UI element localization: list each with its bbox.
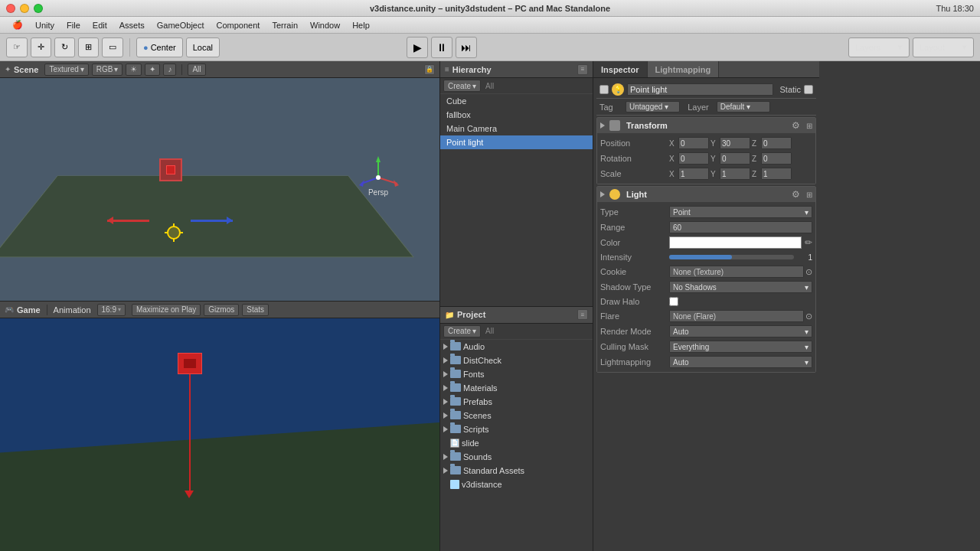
- scene-cube-object[interactable]: [159, 158, 182, 181]
- light-extra-icon[interactable]: ⊞: [806, 191, 812, 199]
- gizmos-button[interactable]: Gizmos: [204, 304, 239, 316]
- transform-extra-icon[interactable]: ⊞: [806, 122, 812, 130]
- cookie-value[interactable]: None (Texture): [669, 266, 804, 278]
- scale-x-input[interactable]: [678, 168, 709, 180]
- project-folder-v3distance[interactable]: v3distance: [440, 478, 593, 491]
- close-button[interactable]: [6, 4, 15, 13]
- rot-y-input[interactable]: [720, 152, 750, 165]
- tag-dropdown[interactable]: Untagged ▾: [626, 101, 680, 112]
- game-cube[interactable]: [178, 353, 202, 374]
- lightmapping-tab[interactable]: Lightmapping: [648, 61, 720, 77]
- static-checkbox[interactable]: [804, 85, 813, 94]
- shadow-type-dropdown[interactable]: No Shadows ▾: [669, 281, 812, 293]
- hierarchy-menu-button[interactable]: ≡: [577, 64, 588, 75]
- hand-tool-button[interactable]: ☞: [6, 37, 28, 57]
- transform-collapse-icon[interactable]: [600, 122, 605, 129]
- play-button[interactable]: ▶: [407, 37, 428, 58]
- local-button[interactable]: Local: [186, 37, 220, 57]
- layout-dropdown[interactable]: Layout ▾: [913, 37, 974, 57]
- rotate-tool-button[interactable]: ↻: [54, 37, 75, 57]
- project-folder-materials[interactable]: Materials: [440, 381, 593, 395]
- gameobject-active-checkbox[interactable]: [599, 85, 609, 94]
- menu-file[interactable]: File: [60, 17, 87, 33]
- pos-z-input[interactable]: [761, 137, 792, 149]
- scale-tool-button[interactable]: ⊞: [78, 37, 99, 57]
- maximize-on-play-button[interactable]: Maximize on Play: [132, 304, 201, 316]
- scene-all-toggle[interactable]: All: [188, 64, 205, 76]
- menu-apple[interactable]: 🍎: [6, 17, 29, 33]
- menu-assets[interactable]: Assets: [113, 17, 151, 33]
- hierarchy-create-button[interactable]: Create ▾: [443, 80, 481, 92]
- menu-unity[interactable]: Unity: [29, 17, 60, 33]
- gameobject-name-field[interactable]: [627, 83, 773, 96]
- project-create-button[interactable]: Create ▾: [443, 325, 481, 337]
- intensity-track[interactable]: [669, 255, 794, 259]
- rot-x-input[interactable]: [678, 152, 709, 165]
- menu-edit[interactable]: Edit: [87, 17, 113, 33]
- scene-lock-button[interactable]: 🔒: [424, 64, 435, 75]
- game-ratio[interactable]: 16:9 ▾: [97, 304, 126, 316]
- flare-select-icon[interactable]: ⊙: [805, 311, 812, 321]
- hierarchy-item-maincamera[interactable]: Main Camera: [440, 122, 593, 135]
- project-folder-prefabs[interactable]: Prefabs: [440, 395, 593, 409]
- scene-fx-icon[interactable]: ✦: [145, 64, 160, 76]
- scene-mode-rgb[interactable]: RGB ▾: [92, 64, 123, 76]
- maximize-button[interactable]: [34, 4, 43, 13]
- scale-z-input[interactable]: [761, 168, 792, 180]
- light-gear-icon[interactable]: ⚙: [792, 189, 800, 200]
- project-folder-scripts[interactable]: Scripts: [440, 422, 593, 436]
- render-mode-dropdown[interactable]: Auto ▾: [669, 325, 812, 337]
- draw-halo-checkbox[interactable]: [669, 297, 678, 306]
- rot-z-input[interactable]: [761, 152, 792, 165]
- pause-button[interactable]: ⏸: [431, 37, 452, 58]
- hierarchy-item-cube[interactable]: Cube: [440, 94, 593, 108]
- transform-gear-icon[interactable]: ⚙: [792, 120, 800, 131]
- menu-help[interactable]: Help: [346, 17, 376, 33]
- light-collapse-icon[interactable]: [600, 191, 605, 197]
- game-tab[interactable]: Game: [17, 305, 41, 315]
- color-picker[interactable]: [669, 236, 802, 249]
- pos-x-input[interactable]: [678, 137, 709, 149]
- pos-y-input[interactable]: [720, 137, 750, 149]
- project-folder-slide[interactable]: 📄 slide: [440, 436, 593, 450]
- flare-value[interactable]: None (Flare): [669, 310, 804, 322]
- project-folder-distcheck[interactable]: DistCheck: [440, 354, 593, 367]
- inspector-tab[interactable]: Inspector: [593, 61, 648, 77]
- menu-terrain[interactable]: Terrain: [266, 17, 304, 33]
- scene-axis-gizmo[interactable]: Persp: [355, 155, 401, 201]
- scene-viewport[interactable]: Persp: [0, 78, 439, 301]
- menu-gameobject[interactable]: GameObject: [151, 17, 211, 33]
- type-dropdown[interactable]: Point ▾: [669, 206, 812, 218]
- layer-dropdown[interactable]: Default ▾: [717, 101, 770, 112]
- scene-audio-icon[interactable]: ♪: [163, 64, 176, 76]
- layers-dropdown[interactable]: Layers ▾: [848, 37, 910, 57]
- step-button[interactable]: ⏭: [456, 37, 477, 58]
- project-menu-button[interactable]: ≡: [577, 309, 588, 320]
- range-input[interactable]: [669, 221, 812, 233]
- project-folder-fonts[interactable]: Fonts: [440, 367, 593, 381]
- hierarchy-item-fallbox[interactable]: fallbox: [440, 108, 593, 122]
- color-eyedropper-icon[interactable]: ✏: [805, 237, 812, 248]
- minimize-button[interactable]: [20, 4, 29, 13]
- project-folder-audio[interactable]: Audio: [440, 340, 593, 354]
- scale-y-input[interactable]: [720, 168, 750, 180]
- scene-move-arrow-x[interactable]: [107, 220, 149, 222]
- light-header[interactable]: Light ⚙ ⊞: [597, 187, 815, 202]
- game-viewport[interactable]: [0, 318, 439, 551]
- transform-header[interactable]: Transform ⚙ ⊞: [597, 118, 815, 133]
- scene-move-arrow-z[interactable]: [191, 220, 233, 222]
- project-folder-standard-assets[interactable]: Standard Assets: [440, 464, 593, 478]
- scene-point-light[interactable]: [167, 226, 181, 240]
- move-tool-button[interactable]: ✛: [31, 37, 51, 57]
- animation-tab[interactable]: Animation: [54, 305, 91, 315]
- hierarchy-item-pointlight[interactable]: Point light: [440, 135, 593, 149]
- stats-button[interactable]: Stats: [242, 304, 269, 316]
- scene-sun-icon[interactable]: ☀: [126, 64, 142, 76]
- menu-component[interactable]: Component: [211, 17, 266, 33]
- culling-mask-dropdown[interactable]: Everything ▾: [669, 341, 812, 353]
- center-button[interactable]: ● Center: [136, 37, 183, 57]
- lightmapping-dropdown[interactable]: Auto ▾: [669, 356, 812, 368]
- rect-tool-button[interactable]: ▭: [102, 37, 123, 57]
- cookie-select-icon[interactable]: ⊙: [805, 267, 812, 277]
- menu-window[interactable]: Window: [304, 17, 346, 33]
